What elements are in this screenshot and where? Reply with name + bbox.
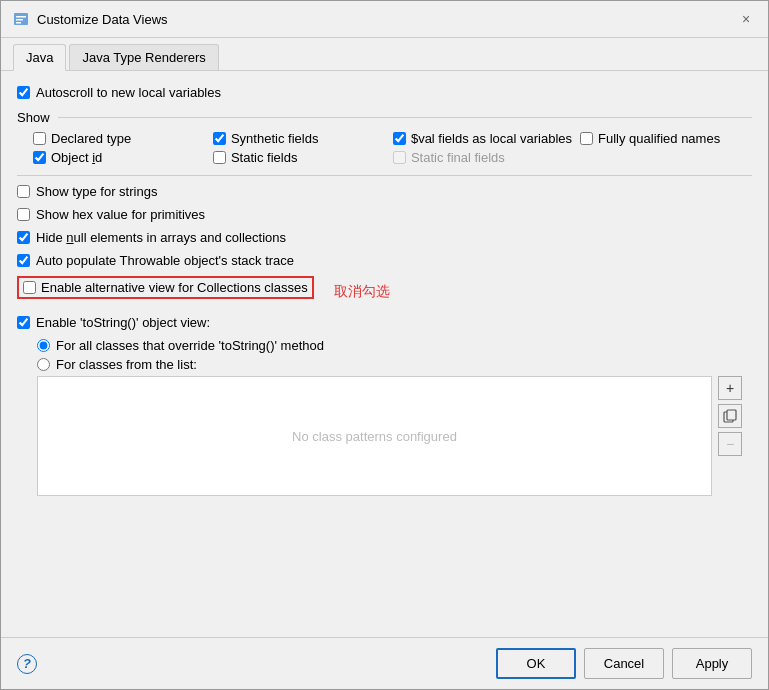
side-buttons-column: + −: [712, 376, 742, 496]
fully-qualified-label: Fully qualified names: [598, 131, 720, 146]
show-fields-grid: Declared type Synthetic fields $val fiel…: [17, 131, 752, 165]
dialog-footer: ? OK Cancel Apply: [1, 637, 768, 689]
tab-bar: Java Java Type Renderers: [1, 38, 768, 71]
autoscroll-checkbox[interactable]: [17, 86, 30, 99]
help-button[interactable]: ?: [17, 654, 37, 674]
title-bar: Customize Data Views ×: [1, 1, 768, 38]
separator1: [17, 175, 752, 176]
svg-rect-2: [16, 19, 23, 21]
object-id-checkbox[interactable]: [33, 151, 46, 164]
show-hex-checkbox[interactable]: [17, 208, 30, 221]
tab-java[interactable]: Java: [13, 44, 66, 71]
hide-null-row: Hide null elements in arrays and collect…: [17, 230, 752, 245]
title-bar-left: Customize Data Views: [13, 11, 168, 27]
close-button[interactable]: ×: [736, 9, 756, 29]
val-fields-label: $val fields as local variables: [411, 131, 572, 146]
from-list-label: For classes from the list:: [56, 357, 197, 372]
tostring-row: Enable 'toString()' object view:: [17, 315, 752, 330]
synthetic-fields-checkbox[interactable]: [213, 132, 226, 145]
show-hex-row: Show hex value for primitives: [17, 207, 752, 222]
show-row-synthetic-fields: Synthetic fields: [213, 131, 385, 146]
from-list-radio[interactable]: [37, 358, 50, 371]
show-type-strings-row: Show type for strings: [17, 184, 752, 199]
static-fields-checkbox[interactable]: [213, 151, 226, 164]
section-divider: [58, 117, 752, 118]
footer-buttons: OK Cancel Apply: [496, 648, 752, 679]
autoscroll-label: Autoscroll to new local variables: [36, 85, 221, 100]
declared-type-label: Declared type: [51, 131, 131, 146]
copy-pattern-button[interactable]: [718, 404, 742, 428]
collections-label: Enable alternative view for Collections …: [41, 280, 308, 295]
tostring-label: Enable 'toString()' object view:: [36, 315, 210, 330]
show-row-object-id: Object id: [33, 150, 205, 165]
cancel-button[interactable]: Cancel: [584, 648, 664, 679]
dialog-title: Customize Data Views: [37, 12, 168, 27]
empty-cell: [580, 150, 752, 165]
auto-populate-checkbox[interactable]: [17, 254, 30, 267]
show-section-label: Show: [17, 110, 752, 125]
patterns-placeholder: No class patterns configured: [292, 429, 457, 444]
svg-rect-1: [16, 16, 26, 18]
tab-java-type-renderers[interactable]: Java Type Renderers: [69, 44, 218, 70]
synthetic-fields-label: Synthetic fields: [231, 131, 318, 146]
apply-button[interactable]: Apply: [672, 648, 752, 679]
show-row-static-fields: Static fields: [213, 150, 385, 165]
auto-populate-row: Auto populate Throwable object's stack t…: [17, 253, 752, 268]
dialog-icon: [13, 11, 29, 27]
tostring-checkbox[interactable]: [17, 316, 30, 329]
ok-button[interactable]: OK: [496, 648, 576, 679]
all-classes-label: For all classes that override 'toString(…: [56, 338, 324, 353]
hide-null-label: Hide null elements in arrays and collect…: [36, 230, 286, 245]
show-row-declared-type: Declared type: [33, 131, 205, 146]
auto-populate-label: Auto populate Throwable object's stack t…: [36, 253, 294, 268]
dialog-content: Autoscroll to new local variables Show D…: [1, 71, 768, 637]
collections-checkbox[interactable]: [23, 281, 36, 294]
show-row-val-fields: $val fields as local variables: [393, 131, 572, 146]
patterns-container: No class patterns configured + −: [37, 376, 742, 496]
object-id-label: Object id: [51, 150, 102, 165]
val-fields-checkbox[interactable]: [393, 132, 406, 145]
show-row-static-final-fields: Static final fields: [393, 150, 572, 165]
copy-icon: [723, 409, 737, 423]
show-type-strings-checkbox[interactable]: [17, 185, 30, 198]
collections-row-container: Enable alternative view for Collections …: [17, 276, 752, 307]
collections-highlight-box: Enable alternative view for Collections …: [17, 276, 314, 299]
hide-null-checkbox[interactable]: [17, 231, 30, 244]
svg-rect-5: [727, 410, 736, 420]
show-row-fully-qualified: Fully qualified names: [580, 131, 752, 146]
static-final-fields-checkbox[interactable]: [393, 151, 406, 164]
radio-all-classes-row: For all classes that override 'toString(…: [17, 338, 752, 353]
customize-data-views-dialog: Customize Data Views × Java Java Type Re…: [0, 0, 769, 690]
all-classes-radio[interactable]: [37, 339, 50, 352]
radio-from-list-row: For classes from the list:: [17, 357, 752, 372]
remove-pattern-button[interactable]: −: [718, 432, 742, 456]
fully-qualified-checkbox[interactable]: [580, 132, 593, 145]
add-pattern-button[interactable]: +: [718, 376, 742, 400]
svg-rect-3: [16, 22, 21, 24]
show-hex-label: Show hex value for primitives: [36, 207, 205, 222]
patterns-area[interactable]: No class patterns configured: [37, 376, 712, 496]
static-fields-label: Static fields: [231, 150, 297, 165]
show-type-strings-label: Show type for strings: [36, 184, 157, 199]
annotation-text: 取消勾选: [334, 283, 390, 301]
static-final-fields-label: Static final fields: [411, 150, 505, 165]
declared-type-checkbox[interactable]: [33, 132, 46, 145]
autoscroll-row: Autoscroll to new local variables: [17, 85, 752, 100]
